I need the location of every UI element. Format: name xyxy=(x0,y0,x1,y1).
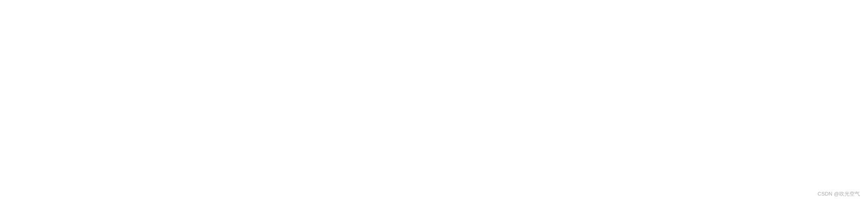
code-editor: CSDN @吹光空气 xyxy=(0,0,868,202)
code-area xyxy=(0,0,868,202)
watermark: CSDN @吹光空气 xyxy=(817,190,860,198)
